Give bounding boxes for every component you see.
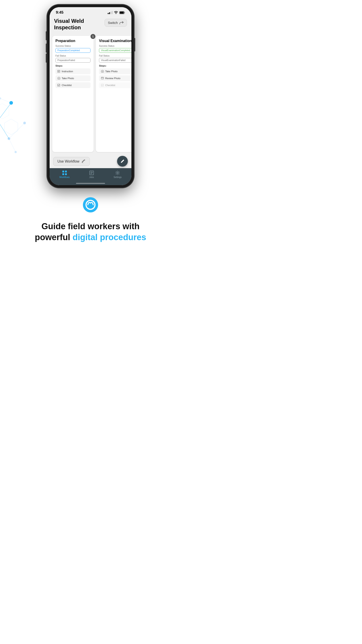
home-indicator <box>50 183 131 185</box>
svg-point-17 <box>58 78 59 79</box>
settings-tab-icon <box>115 170 120 175</box>
step-label-reviewphoto: Review Photo <box>105 77 120 80</box>
fail-tag-2: VisualExaminationFailed <box>99 58 131 62</box>
svg-rect-31 <box>65 173 67 175</box>
battery-icon <box>119 11 125 14</box>
pencil-icon <box>120 159 125 164</box>
jobs-tab-icon <box>89 170 94 175</box>
step-instruction: Instruction <box>55 68 90 74</box>
svg-rect-29 <box>65 170 67 172</box>
steps-label-1: Steps: <box>55 64 90 67</box>
svg-point-36 <box>117 172 118 174</box>
bottom-area: Use Workflow <box>50 154 131 168</box>
home-bar <box>76 183 105 184</box>
camera-icon-2 <box>101 70 104 73</box>
success-label-1: Success Status <box>55 45 90 47</box>
switch-icon <box>120 21 124 24</box>
status-time: 9:45 <box>56 10 63 15</box>
phone-frame: 9:45 <box>47 4 134 188</box>
list-icon <box>57 70 60 73</box>
app-title: Visual Weld Inspection <box>54 18 84 31</box>
status-bar: 9:45 <box>50 7 131 16</box>
step-label-checklist-1: Checklist <box>62 84 72 86</box>
success-label-2: Success Status <box>99 45 131 47</box>
tagline: Guide field workers with powerful digita… <box>7 221 174 243</box>
svg-point-37 <box>83 197 98 212</box>
svg-point-22 <box>102 77 102 78</box>
step-checklist-2: Checklist <box>99 82 131 88</box>
step-take-photo-2: Take Photo <box>99 68 131 74</box>
wifi-icon <box>114 11 118 14</box>
step-label-checklist-2: Checklist <box>105 84 115 86</box>
phone-screen: 9:45 <box>50 7 131 185</box>
tab-bar: Workflows Jobs Setting <box>50 168 131 183</box>
step-review-photo: Review Photo <box>99 75 131 81</box>
step-label-instruction: Instruction <box>62 70 73 73</box>
card-title-visual: Visual Examination <box>99 39 131 43</box>
card-preparation[interactable]: 1 Preparation Success Status Preparation… <box>52 36 94 152</box>
steps-label-2: Steps: <box>99 64 131 67</box>
fail-tag-1: PreparationFailed <box>55 58 90 62</box>
app-title-line1: Visual Weld <box>54 18 84 24</box>
brand-icon <box>7 197 174 214</box>
fab-edit-button[interactable] <box>117 156 128 166</box>
camera-icon <box>57 77 60 80</box>
card-visual-examination[interactable]: 2 Visual Examination Success Status Visu… <box>96 36 131 152</box>
tagline-highlight: digital procedures <box>73 232 146 242</box>
checklist-icon-2 <box>101 84 104 87</box>
fail-label-2: Fail Status <box>99 54 131 57</box>
tab-workflows-label: Workflows <box>59 176 70 178</box>
svg-rect-28 <box>62 170 64 172</box>
tab-settings[interactable]: Settings <box>113 170 122 178</box>
tab-workflows[interactable]: Workflows <box>59 170 70 178</box>
step-label-takephoto-2: Take Photo <box>105 70 117 73</box>
tagline-line2-prefix: powerful <box>35 232 73 242</box>
app-title-line2: Inspection <box>54 24 84 31</box>
review-icon <box>101 77 104 80</box>
svg-point-21 <box>101 77 102 78</box>
signal-icon <box>108 11 113 14</box>
svg-point-19 <box>102 71 103 72</box>
app-header: Visual Weld Inspection Switch <box>50 16 131 34</box>
use-workflow-button[interactable]: Use Workflow <box>53 157 90 166</box>
success-tag-2: VisualExaminationCompleted <box>99 48 131 53</box>
card-number-1: 1 <box>90 34 95 39</box>
success-tag-1: PreparationCompleted <box>55 48 90 53</box>
card-title-preparation: Preparation <box>55 39 90 43</box>
workflow-cards-scroll[interactable]: 1 Preparation Success Status Preparation… <box>50 34 131 154</box>
svg-rect-30 <box>62 173 64 175</box>
tagline-line1: Guide field workers with <box>41 222 139 231</box>
step-label-takephoto-1: Take Photo <box>62 77 74 80</box>
workflows-tab-icon <box>62 170 67 175</box>
bottom-section: Guide field workers with powerful digita… <box>0 188 181 256</box>
step-take-photo-1: Take Photo <box>55 75 90 81</box>
switch-button[interactable]: Switch <box>105 19 127 26</box>
svg-rect-12 <box>120 12 124 14</box>
wrench-icon <box>81 160 86 164</box>
tab-jobs-label: Jobs <box>89 176 94 178</box>
fail-label-1: Fail Status <box>55 54 90 57</box>
checklist-icon <box>57 84 60 87</box>
phone-mockup: 9:45 <box>0 0 181 188</box>
status-icons <box>108 11 125 14</box>
tab-jobs[interactable]: Jobs <box>89 170 94 178</box>
tab-settings-label: Settings <box>113 176 122 178</box>
switch-label: Switch <box>108 21 118 24</box>
step-checklist-1: Checklist <box>55 82 90 88</box>
use-workflow-label: Use Workflow <box>57 160 79 164</box>
